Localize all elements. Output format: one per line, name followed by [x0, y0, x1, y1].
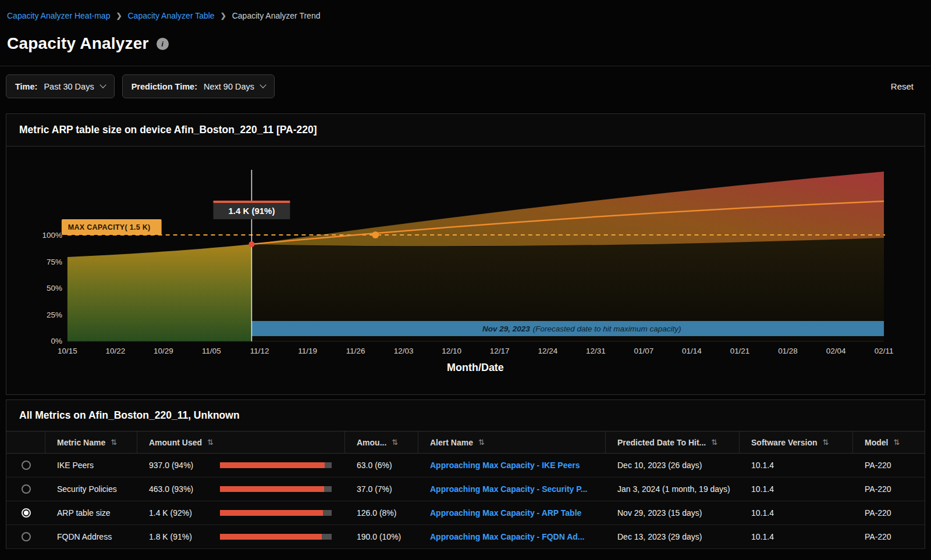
forecast-hit-dot [372, 231, 379, 238]
table-row[interactable]: ARP table size 1.4 K (92%) 126.0 (8%) Ap… [6, 501, 925, 525]
model: PA-220 [853, 461, 926, 470]
time-filter-value: Past 30 Days [44, 82, 94, 91]
breadcrumb-link-heatmap[interactable]: Capacity Analyzer Heat-map [7, 11, 110, 20]
col-amount-free: Amou... [357, 438, 386, 447]
alert-link[interactable]: Approaching Max Capacity - FQDN Ad... [430, 532, 585, 541]
col-metric-name: Metric Name [57, 438, 105, 447]
row-radio[interactable] [22, 484, 31, 494]
svg-text:01/14: 01/14 [682, 347, 702, 355]
amount-used-progressbar [220, 534, 332, 540]
software-version: 10.1.4 [740, 532, 853, 541]
chevron-right-icon: ❯ [221, 12, 226, 20]
breadcrumb-link-table[interactable]: Capacity Analyzer Table [127, 11, 214, 20]
prediction-time-dropdown[interactable]: Prediction Time: Next 90 Days [122, 74, 275, 98]
table-header: Metric Name⇅ Amount Used⇅ Amou...⇅ Alert… [6, 431, 925, 454]
page-title: Capacity Analyzer [7, 34, 149, 53]
software-version: 10.1.4 [740, 508, 853, 518]
x-axis-title: Month/Date [447, 362, 504, 373]
reset-button[interactable]: Reset [891, 81, 914, 91]
amount-used-value: 937.0 (94%) [149, 461, 220, 470]
amount-used-progressbar [220, 486, 332, 492]
metric-name: ARP table size [45, 508, 137, 518]
metrics-table-panel: All Metrics on Afin_Boston_220_11, Unkno… [6, 400, 925, 549]
table-title: All Metrics on Afin_Boston_220_11, Unkno… [6, 400, 925, 431]
predicted-date: Jan 3, 2024 (1 month, 19 days) [606, 484, 740, 494]
svg-text:01/28: 01/28 [778, 347, 798, 355]
amount-used-progressbar [220, 462, 332, 468]
sort-icon[interactable]: ⇅ [207, 438, 214, 447]
table-row[interactable]: Security Policies 463.0 (93%) 37.0 (7%) … [6, 477, 925, 501]
capacity-trend-chart[interactable]: Nov 29, 2023(Forecasted date to hit maxi… [6, 147, 925, 394]
radio-column-header [6, 431, 45, 453]
value-tooltip: 1.4 K (91%) [214, 201, 290, 219]
table-row[interactable]: FQDN Address 1.8 K (91%) 190.0 (10%) App… [6, 525, 925, 549]
amount-used-value: 1.4 K (92%) [149, 508, 220, 518]
svg-text:25%: 25% [47, 311, 62, 319]
svg-text:10/15: 10/15 [58, 347, 77, 355]
svg-text:12/17: 12/17 [490, 347, 510, 355]
filter-bar: Time: Past 30 Days Prediction Time: Next… [0, 66, 931, 106]
col-software-version: Software Version [751, 438, 818, 447]
sort-icon[interactable]: ⇅ [478, 438, 485, 447]
model: PA-220 [853, 484, 926, 494]
svg-text:100%: 100% [42, 231, 62, 240]
metric-name: IKE Peers [45, 461, 137, 470]
model: PA-220 [853, 532, 926, 541]
svg-text:11/26: 11/26 [346, 347, 365, 355]
chart-area: Nov 29, 2023(Forecasted date to hit maxi… [6, 147, 925, 394]
table-row[interactable]: IKE Peers 937.0 (94%) 63.0 (6%) Approach… [6, 454, 925, 477]
svg-text:11/19: 11/19 [298, 347, 317, 355]
row-radio-selected[interactable] [22, 508, 31, 518]
amount-free-value: 37.0 (7%) [345, 484, 418, 494]
sort-icon[interactable]: ⇅ [711, 438, 717, 447]
trend-chart-panel: Metric ARP table size on device Afin_Bos… [6, 113, 925, 395]
alert-link[interactable]: Approaching Max Capacity - ARP Table [430, 508, 581, 518]
svg-text:50%: 50% [47, 284, 62, 293]
forecast-date-text: Nov 29, 2023(Forecasted date to hit maxi… [482, 324, 681, 333]
time-filter-label: Time: [15, 82, 37, 91]
amount-used-progressbar [220, 510, 332, 516]
amount-free-value: 126.0 (8%) [345, 508, 418, 518]
svg-text:01/07: 01/07 [634, 347, 654, 355]
svg-text:12/24: 12/24 [538, 347, 557, 355]
chevron-down-icon [100, 81, 106, 88]
svg-text:12/10: 12/10 [442, 347, 461, 355]
row-radio[interactable] [22, 532, 31, 541]
svg-text:12/03: 12/03 [394, 347, 414, 355]
software-version: 10.1.4 [740, 484, 853, 494]
chevron-down-icon [260, 81, 266, 88]
historical-area [67, 244, 252, 341]
svg-text:75%: 75% [47, 258, 62, 266]
metric-name: Security Policies [45, 484, 137, 494]
svg-text:02/11: 02/11 [875, 347, 894, 355]
col-amount-used: Amount Used [149, 438, 202, 447]
col-model: Model [865, 438, 888, 447]
sort-icon[interactable]: ⇅ [392, 438, 398, 447]
amount-used-value: 1.8 K (91%) [149, 532, 220, 541]
alert-link[interactable]: Approaching Max Capacity - Security P... [430, 484, 587, 494]
svg-text:12/31: 12/31 [586, 347, 606, 355]
predicted-date: Nov 29, 2023 (15 days) [606, 508, 740, 518]
info-icon[interactable]: i [157, 38, 169, 50]
svg-text:11/05: 11/05 [202, 347, 221, 355]
breadcrumb: Capacity Analyzer Heat-map ❯ Capacity An… [0, 0, 931, 20]
predicted-date: Dec 10, 2023 (26 days) [606, 461, 740, 470]
amount-used-value: 463.0 (93%) [149, 484, 220, 494]
chevron-right-icon: ❯ [116, 12, 122, 20]
amount-free-value: 190.0 (10%) [345, 532, 418, 541]
model: PA-220 [853, 508, 926, 518]
svg-text:11/12: 11/12 [250, 347, 269, 355]
sort-icon[interactable]: ⇅ [111, 438, 117, 447]
prediction-time-label: Prediction Time: [132, 82, 197, 91]
sort-icon[interactable]: ⇅ [823, 438, 829, 447]
alert-link[interactable]: Approaching Max Capacity - IKE Peers [430, 461, 580, 470]
time-filter-dropdown[interactable]: Time: Past 30 Days [6, 74, 115, 98]
svg-text:10/22: 10/22 [105, 347, 125, 355]
prediction-time-value: Next 90 Days [204, 82, 254, 91]
metric-name: FQDN Address [45, 532, 137, 541]
chart-title: Metric ARP table size on device Afin_Bos… [6, 114, 925, 147]
predicted-date: Dec 13, 2023 (29 days) [606, 532, 740, 541]
breadcrumb-current: Capacity Analyzer Trend [232, 11, 321, 20]
sort-icon[interactable]: ⇅ [893, 438, 900, 447]
row-radio[interactable] [22, 461, 31, 470]
